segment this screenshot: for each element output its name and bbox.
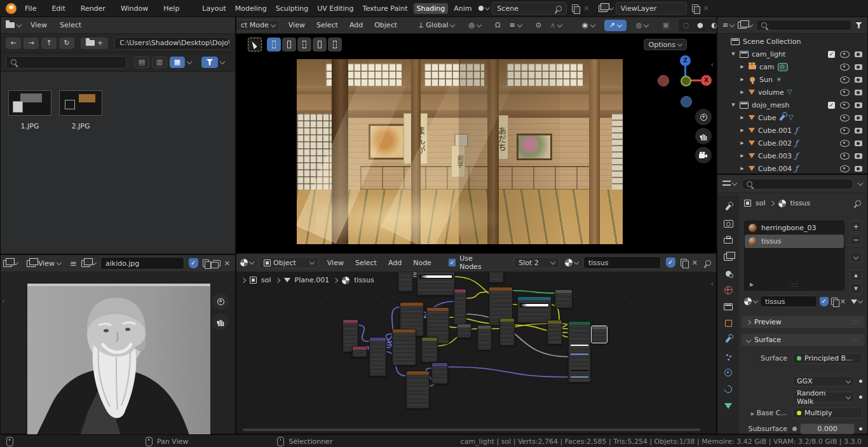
menu-select[interactable]: Select [57, 20, 85, 31]
node-canvas[interactable]: sol Plane.001 tissus ‹ [236, 272, 716, 434]
list-expand-arrow[interactable]: ▶ [750, 282, 754, 287]
menu-select[interactable]: Select [352, 258, 380, 268]
disable-render-camera-icon[interactable] [855, 90, 862, 95]
node-header[interactable] [370, 338, 386, 341]
pin-icon[interactable] [854, 199, 862, 207]
material-browse-button[interactable] [565, 259, 578, 266]
proportional-edit-button[interactable]: ⊙ [531, 20, 546, 31]
sidebar-collapse-chevron[interactable]: ‹ [711, 280, 714, 288]
copy-material-icon[interactable] [681, 259, 687, 266]
breadcrumb-material[interactable]: tissus [790, 199, 811, 207]
properties-tab-particles[interactable] [717, 348, 739, 364]
viewport-zoom-button[interactable]: + [695, 109, 712, 125]
render-preview[interactable]: まんが あだち 剣学 [297, 59, 623, 244]
viewport-pan-hand-button[interactable] [695, 128, 712, 144]
add-slot-button[interactable]: + [850, 221, 862, 232]
menu-window[interactable]: Window [118, 3, 151, 14]
material-browse-button[interactable] [744, 298, 757, 305]
file-item[interactable]: 2.JPG [55, 90, 106, 130]
hide-viewport-eye-icon[interactable] [840, 64, 850, 71]
menu-file[interactable]: File [22, 3, 39, 14]
subsurface-method-dropdown[interactable]: Random Walk [792, 392, 855, 402]
viewport-camera-button[interactable] [695, 147, 712, 163]
menu-view[interactable]: View [27, 20, 50, 31]
outliner-row[interactable]: ▶Cube.002ƒ [717, 137, 867, 149]
color-ramp-bar[interactable] [520, 303, 549, 307]
panel-drag-dots[interactable]: :::: [850, 319, 860, 325]
copy-scene-icon[interactable] [572, 4, 578, 12]
remove-slot-button[interactable]: − [850, 234, 862, 245]
select-extend-button[interactable] [282, 38, 296, 52]
properties-tab-collection[interactable] [717, 298, 739, 315]
shader-node-color-ramp[interactable] [517, 296, 552, 323]
menu-object[interactable]: Object [371, 20, 400, 31]
gizmos-toggle-button[interactable]: ↗ [604, 20, 627, 31]
gizmo-y-ring[interactable] [681, 76, 691, 86]
node-header[interactable] [422, 338, 437, 341]
node-header[interactable] [555, 290, 572, 293]
node-header[interactable] [458, 324, 471, 327]
image-browse-button[interactable] [81, 260, 96, 267]
shader-node-image-texture[interactable] [398, 272, 413, 292]
copy-view-layer-icon[interactable] [692, 4, 698, 12]
node-link[interactable] [447, 367, 568, 377]
menu-edit[interactable]: Edit [48, 3, 68, 14]
image-pan-hand-button[interactable] [212, 313, 229, 330]
properties-tab-constraints[interactable] [717, 381, 739, 397]
menu-add[interactable]: Add [346, 20, 366, 31]
menu-help[interactable]: Help [160, 3, 182, 14]
snap-magnet-button[interactable]: Ω [491, 20, 505, 31]
expander-right-icon[interactable]: ▶ [739, 153, 745, 158]
node-link[interactable] [357, 325, 369, 341]
node-header[interactable] [343, 320, 358, 323]
nav-refresh-button[interactable]: ↻ [59, 38, 74, 49]
distribution-dropdown[interactable]: GGX [792, 376, 855, 387]
active-tool-select-button[interactable] [248, 38, 262, 52]
properties-tab-object-data[interactable] [717, 397, 739, 414]
gizmo-minus-x-ball[interactable] [658, 75, 669, 86]
editor-type-button[interactable]: ≡ [722, 21, 734, 29]
shader-node-image-texture[interactable] [406, 371, 430, 409]
shader-node-mapping[interactable] [369, 337, 386, 376]
outliner-item-label[interactable]: dojo_mesh [752, 101, 789, 109]
disable-render-camera-icon[interactable] [855, 115, 862, 121]
outliner-row[interactable]: ▶Cube.004ƒ [717, 162, 867, 175]
shader-node-bright-contrast[interactable] [489, 272, 504, 283]
disable-render-camera-icon[interactable] [855, 52, 862, 57]
outliner-row[interactable]: ▶Cube▽ [717, 111, 867, 124]
collection-checkbox[interactable]: ✓ [828, 51, 835, 58]
shading-solid-button[interactable]: ● [694, 20, 707, 31]
node-header[interactable] [500, 319, 514, 322]
outliner-item-label[interactable]: Scene Collection [743, 38, 801, 46]
shader-node-color-ramp[interactable] [417, 272, 455, 296]
shader-node-mix-color[interactable] [421, 337, 438, 362]
material-name-field[interactable]: tissus [583, 256, 661, 269]
properties-tab-object[interactable] [717, 315, 739, 331]
menu-render[interactable]: Render [78, 3, 109, 14]
outliner-row[interactable]: ▶Sun☀ [717, 73, 867, 86]
region-expand-chevron[interactable]: › [2, 297, 4, 305]
breadcrumb-mesh[interactable]: Plane.001 [295, 276, 330, 284]
material-slot-row-selected[interactable]: tissus [745, 235, 844, 248]
filter-toggle-button[interactable] [201, 57, 218, 68]
expander-right-icon[interactable]: ▶ [739, 77, 745, 82]
hide-viewport-eye-icon[interactable] [840, 102, 850, 109]
pack-image-icon[interactable] [213, 260, 220, 266]
outliner-row[interactable]: ▶volume▽ [717, 86, 867, 99]
decorator-dot[interactable] [859, 380, 862, 383]
workspace-tab-uv-editing[interactable]: UV Editing [314, 3, 356, 14]
material-slot-row[interactable]: herringbone_03 [745, 221, 844, 235]
node-header[interactable] [518, 297, 551, 300]
hamburger-menu-icon[interactable]: ≡ [70, 259, 77, 268]
menu-view[interactable]: View [285, 20, 308, 31]
disable-render-camera-icon[interactable] [855, 64, 862, 70]
nav-forward-button[interactable]: → [24, 38, 39, 49]
unlink-material-icon[interactable]: ✕ [692, 259, 698, 267]
use-nodes-checkbox[interactable]: ✓ Use Nodes [449, 254, 494, 271]
view-object-types-dropdown[interactable]: ◉ [578, 20, 599, 31]
expander-right-icon[interactable]: ▶ [739, 166, 745, 171]
expander-right-icon[interactable]: ▶ [739, 128, 745, 133]
disable-render-camera-icon[interactable] [855, 166, 862, 172]
display-mode-button[interactable] [738, 22, 752, 29]
input-socket-dot[interactable] [792, 427, 797, 431]
